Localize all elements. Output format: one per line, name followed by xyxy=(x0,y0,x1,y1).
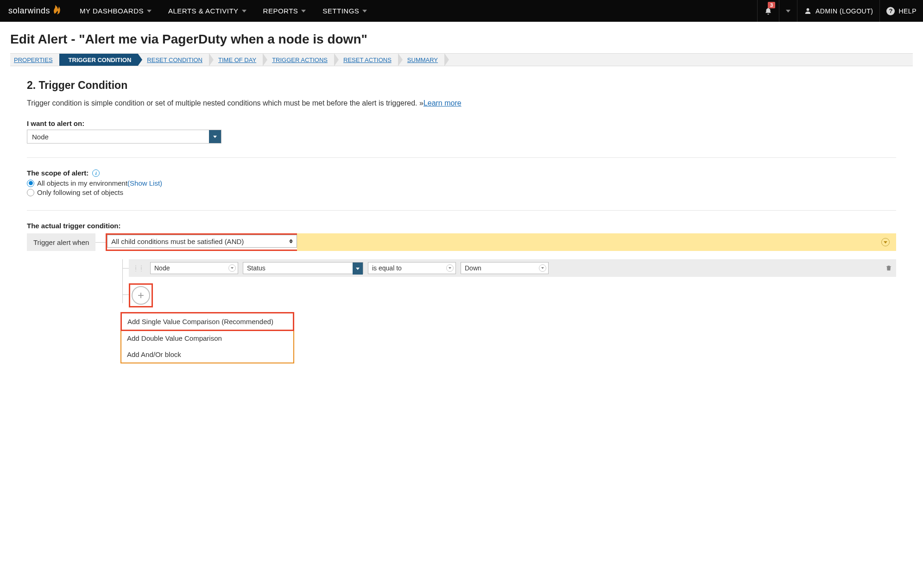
condition-tree: ⋮⋮⋮⋮ Node Status is equal to Down xyxy=(118,259,896,363)
scope-option-all-row: All objects in my environment (Show List… xyxy=(27,179,896,187)
notifications-button[interactable]: 3 xyxy=(757,0,779,22)
plus-icon: + xyxy=(138,290,144,301)
user-icon xyxy=(804,7,812,15)
nav-reports[interactable]: REPORTS xyxy=(255,0,315,22)
chevron-down-icon xyxy=(231,267,234,269)
wizard-step-summary[interactable]: SUMMARY xyxy=(398,53,444,66)
brand-text: solarwinds xyxy=(8,6,50,16)
section-divider xyxy=(27,157,896,158)
flame-icon xyxy=(52,5,61,17)
highlight-red-groupop: All child conditions must be satisfied (… xyxy=(106,233,298,251)
condition-object-value: Node xyxy=(154,264,170,272)
scope-radio-only[interactable] xyxy=(27,189,34,196)
help-icon: ? xyxy=(886,7,895,15)
caret-down-icon xyxy=(242,10,247,13)
delete-condition-button[interactable] xyxy=(885,264,892,272)
nav-label: REPORTS xyxy=(263,7,298,15)
caret-down-icon xyxy=(147,10,152,13)
dropdown-button xyxy=(446,264,454,272)
dropdown-button xyxy=(228,264,236,272)
highlight-red-plus: + xyxy=(129,283,153,307)
wizard-step-reset-condition[interactable]: RESET CONDITION xyxy=(138,53,209,66)
drag-handle-icon[interactable]: ⋮⋮⋮⋮ xyxy=(133,266,145,270)
section-description: Trigger condition is simple condition or… xyxy=(27,99,896,107)
trigger-condition-label: The actual trigger condition: xyxy=(27,222,896,230)
nav-right-cluster: 3 ADMIN (LOGOUT) ? HELP xyxy=(757,0,923,22)
updown-icon xyxy=(289,239,293,244)
wizard-step-reset-actions[interactable]: RESET ACTIONS xyxy=(334,53,398,66)
condition-group-bar xyxy=(297,233,896,251)
wizard-step-trigger-condition[interactable]: TRIGGER CONDITION xyxy=(59,53,138,66)
condition-property-select[interactable]: Status xyxy=(243,262,363,274)
menu-add-double[interactable]: Add Double Value Comparison xyxy=(121,330,293,346)
content-card: 2. Trigger Condition Trigger condition i… xyxy=(10,66,913,376)
notification-badge: 3 xyxy=(768,2,775,8)
nav-label: SETTINGS xyxy=(322,7,359,15)
dropdown-button xyxy=(353,263,363,275)
nav-alerts-activity[interactable]: ALERTS & ACTIVITY xyxy=(160,0,255,22)
trigger-group-row: Trigger alert when All child conditions … xyxy=(27,233,896,251)
alert-on-select[interactable]: Node xyxy=(27,130,221,144)
caret-down-icon xyxy=(362,10,367,13)
condition-property-value: Status xyxy=(247,264,266,272)
nav-label: ALERTS & ACTIVITY xyxy=(168,7,239,15)
learn-more-link[interactable]: Learn more xyxy=(424,99,462,107)
logout-text[interactable]: (LOGOUT) xyxy=(840,7,873,15)
condition-row: ⋮⋮⋮⋮ Node Status is equal to Down xyxy=(129,259,896,277)
wizard-step-trigger-actions[interactable]: TRIGGER ACTIONS xyxy=(263,53,334,66)
brand-logo: solarwinds xyxy=(8,5,63,17)
chevron-down-icon xyxy=(356,268,360,270)
scope-label-text: The scope of alert: xyxy=(27,169,89,177)
nav-label: MY DASHBOARDS xyxy=(80,7,144,15)
user-menu[interactable]: ADMIN (LOGOUT) xyxy=(797,0,879,22)
scope-label: The scope of alert: i xyxy=(27,169,896,177)
menu-add-andor[interactable]: Add And/Or block xyxy=(121,346,293,363)
wizard-step-properties[interactable]: PROPERTIES xyxy=(10,53,59,66)
section-divider xyxy=(27,210,896,211)
nav-my-dashboards[interactable]: MY DASHBOARDS xyxy=(71,0,160,22)
highlight-orange-menu: Add Single Value Comparison (Recommended… xyxy=(120,312,294,363)
condition-value-text: Down xyxy=(465,264,481,272)
group-operator-value: All child conditions must be satisfied (… xyxy=(111,238,244,245)
show-list-link[interactable]: (Show List) xyxy=(127,179,162,187)
condition-object-select[interactable]: Node xyxy=(150,262,238,274)
condition-operator-value: is equal to xyxy=(372,264,402,272)
chevron-down-icon xyxy=(213,136,217,138)
help-button[interactable]: ? HELP xyxy=(879,0,923,22)
condition-operator-select[interactable]: is equal to xyxy=(368,262,456,274)
menu-add-single[interactable]: Add Single Value Comparison (Recommended… xyxy=(120,312,294,331)
info-icon[interactable]: i xyxy=(92,169,100,177)
caret-down-icon xyxy=(301,10,306,13)
user-label: ADMIN (LOGOUT) xyxy=(816,7,873,15)
alert-on-value: Node xyxy=(27,130,209,143)
section-title: 2. Trigger Condition xyxy=(27,79,896,92)
help-label: HELP xyxy=(898,7,917,15)
admin-text: ADMIN xyxy=(816,7,838,15)
caret-down-icon xyxy=(786,10,790,13)
nav-settings[interactable]: SETTINGS xyxy=(314,0,375,22)
svg-point-0 xyxy=(807,8,809,11)
scope-radio-all[interactable] xyxy=(27,180,34,187)
scope-option-only-row: Only following set of objects xyxy=(27,188,896,196)
group-collapse-button[interactable] xyxy=(881,238,890,246)
condition-value-select[interactable]: Down xyxy=(461,262,549,274)
scope-only-label: Only following set of objects xyxy=(37,188,123,196)
primary-nav: MY DASHBOARDS ALERTS & ACTIVITY REPORTS … xyxy=(71,0,375,22)
notifications-caret[interactable] xyxy=(779,0,797,22)
page-body: Edit Alert - "Alert me via PagerDuty whe… xyxy=(0,22,923,376)
chevron-down-icon xyxy=(541,267,544,269)
add-condition-button[interactable]: + xyxy=(132,286,150,305)
alert-on-dropdown-button[interactable] xyxy=(209,130,221,143)
wizard-step-time-of-day[interactable]: TIME OF DAY xyxy=(209,53,263,66)
scope-all-label: All objects in my environment xyxy=(37,179,127,187)
wizard-steps: PROPERTIES TRIGGER CONDITION RESET CONDI… xyxy=(10,53,913,66)
trash-icon xyxy=(885,264,892,272)
trigger-lead-label: Trigger alert when xyxy=(27,233,95,251)
add-condition-area: + Add Single Value Comparison (Recommend… xyxy=(129,283,896,363)
chevron-down-icon xyxy=(449,267,451,269)
top-navbar: solarwinds MY DASHBOARDS ALERTS & ACTIVI… xyxy=(0,0,923,22)
group-operator-select[interactable]: All child conditions must be satisfied (… xyxy=(107,235,297,248)
desc-text: Trigger condition is simple condition or… xyxy=(27,99,424,107)
connector-line xyxy=(95,233,106,251)
dropdown-button xyxy=(539,264,546,272)
